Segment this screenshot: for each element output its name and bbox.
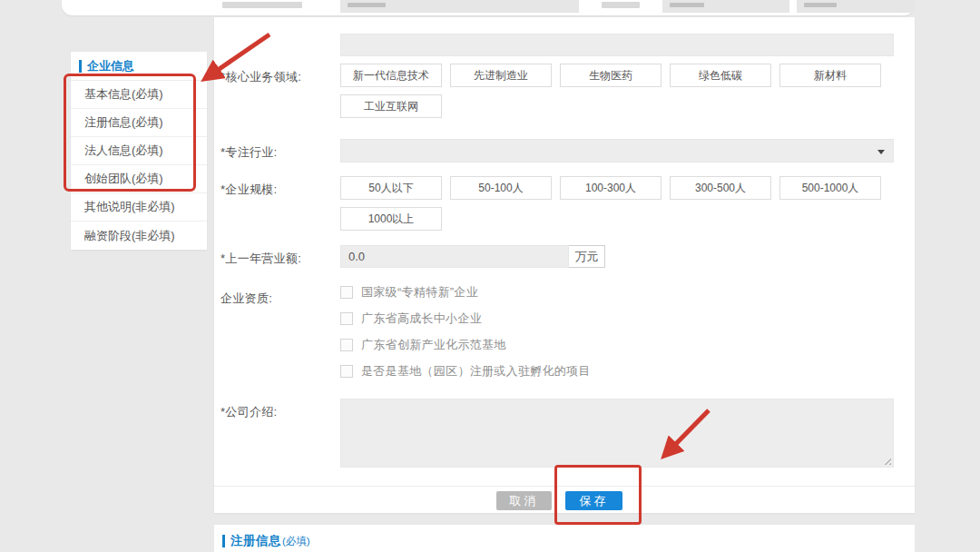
core-business-option-button[interactable]: 新一代信息技术	[340, 64, 442, 87]
qualifications-label: 企业资质:	[220, 285, 340, 390]
sidebar-item-label: 融资阶段(非必填)	[84, 228, 175, 244]
cutoff-label	[222, 2, 302, 8]
company-scale-option-button[interactable]: 50-100人	[450, 176, 552, 200]
annotation-rect-save-button	[554, 465, 642, 525]
cutoff-input[interactable]	[340, 0, 579, 13]
core-business-label: *核心业务领域:	[220, 64, 340, 118]
registration-section-suffix: (必填)	[282, 535, 310, 548]
company-scale-options: 50人以下 50-100人 100-300人 300-500人	[340, 176, 894, 231]
revenue-label: *上一年营业额:	[220, 245, 340, 268]
resize-handle-icon[interactable]	[883, 457, 891, 465]
chevron-down-icon	[877, 150, 885, 154]
company-scale-option-button[interactable]: 500-1000人	[779, 176, 881, 200]
company-scale-option-button[interactable]: 1000以上	[340, 207, 442, 231]
spacer-label	[220, 34, 340, 56]
cutoff-label	[602, 2, 640, 8]
annotation-rect-sidebar-items	[64, 74, 196, 192]
qualification-checkbox-label: 广东省创新产业化示范基地	[361, 337, 506, 353]
cancel-button[interactable]: 取消	[496, 491, 552, 510]
revenue-input[interactable]: 0.0	[340, 245, 569, 268]
company-scale-option-button[interactable]: 100-300人	[560, 176, 662, 200]
core-business-option-button[interactable]: 新材料	[779, 64, 881, 87]
extra-text-input[interactable]	[340, 34, 894, 56]
industry-label: *专注行业:	[220, 139, 340, 163]
core-business-option-button[interactable]: 先进制造业	[450, 64, 552, 87]
checkbox-icon[interactable]	[340, 365, 353, 378]
qualification-checkbox-row[interactable]: 国家级“专精特新”企业	[340, 285, 894, 299]
checkbox-icon[interactable]	[340, 339, 353, 351]
qualification-checkbox-label: 是否是基地（园区）注册或入驻孵化的项目	[361, 363, 591, 380]
registration-info-section: 注册信息 (必填)	[214, 525, 915, 552]
qualifications-options: 国家级“专精特新”企业 广东省高成长中小企业 广东省创新产业化示范基地	[340, 285, 894, 390]
sidebar-item[interactable]: 其他说明(非必填)	[71, 193, 207, 222]
sidebar-header-label: 企业信息	[87, 58, 134, 74]
qualification-checkbox-row[interactable]: 广东省高成长中小企业	[340, 311, 894, 325]
qualification-checkbox-row[interactable]: 是否是基地（园区）注册或入驻孵化的项目	[340, 364, 894, 378]
core-business-option-button[interactable]: 工业互联网	[340, 94, 442, 118]
accent-bar	[79, 60, 82, 73]
page: 企业信息 基本信息(必填) 注册信息(必填) 法人信息(必填) 创始团队(必填)	[0, 0, 980, 552]
sidebar-item-label: 其他说明(非必填)	[84, 199, 175, 215]
company-intro-textarea[interactable]	[340, 399, 894, 468]
core-business-option-button[interactable]: 绿色低碳	[670, 64, 771, 87]
company-info-form: *核心业务领域: 新一代信息技术 先进制造业 生物医药	[214, 17, 915, 513]
registration-section-title: 注册信息	[230, 533, 281, 549]
checkbox-icon[interactable]	[340, 286, 353, 299]
revenue-unit: 万元	[569, 245, 605, 268]
sidebar-item[interactable]: 融资阶段(非必填)	[71, 222, 207, 250]
company-scale-option-button[interactable]: 50人以下	[340, 176, 442, 200]
qualification-checkbox-row[interactable]: 广东省创新产业化示范基地	[340, 338, 894, 351]
qualification-checkbox-label: 广东省高成长中小企业	[361, 310, 482, 327]
core-business-option-button[interactable]: 生物医药	[560, 64, 662, 87]
core-business-options: 新一代信息技术 先进制造业 生物医药 绿色低碳 新材料	[340, 64, 894, 118]
cutoff-input[interactable]	[797, 0, 915, 13]
cutoff-card-top	[62, 0, 915, 15]
qualification-checkbox-label: 国家级“专精特新”企业	[361, 284, 478, 301]
checkbox-icon[interactable]	[340, 312, 353, 325]
cutoff-input[interactable]	[662, 0, 789, 13]
company-scale-option-button[interactable]: 300-500人	[670, 176, 771, 200]
industry-select[interactable]	[340, 139, 894, 163]
company-scale-label: *企业规模:	[220, 176, 340, 231]
company-intro-label: *公司介绍:	[220, 399, 340, 468]
accent-bar	[222, 535, 225, 547]
